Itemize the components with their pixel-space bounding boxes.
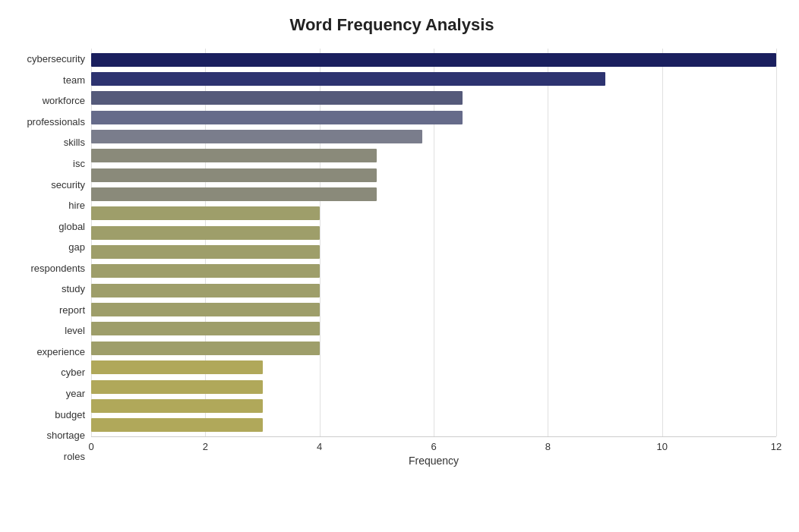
bar-row [91,360,776,375]
y-label: team [63,75,85,85]
y-label: gap [68,242,85,252]
bar-row [91,341,776,356]
bar [91,303,320,316]
y-labels: cybersecurityteamworkforceprofessionalss… [8,49,91,467]
bar-row [91,110,776,125]
bar-row [91,283,776,298]
bar-row [91,244,776,260]
x-tick-label: 0 [88,441,93,452]
bar [91,168,377,182]
bar [91,226,320,240]
x-tick-label: 2 [203,441,208,452]
bar-row [91,302,776,317]
x-axis-title: Frequency [409,455,459,467]
bar [91,72,605,86]
bar [91,206,320,220]
chart-container: Word Frequency Analysis cybersecuritytea… [0,0,799,532]
x-axis: 024681012 Frequency [91,436,776,467]
bar [91,91,463,105]
bar [91,187,377,201]
x-tick-label: 12 [771,441,782,452]
y-label: budget [55,410,85,420]
chart-title: Word Frequency Analysis [8,15,776,35]
bar-row [91,263,776,279]
bar-row [91,52,776,68]
y-label: security [51,180,85,190]
y-label: cybersecurity [27,54,85,64]
bar-row [91,398,776,414]
bars-area [91,49,776,436]
bar-row [91,71,776,87]
bar [91,418,263,432]
y-label: isc [73,159,85,168]
y-label: level [65,326,85,335]
y-label: cyber [61,367,85,377]
y-label: professionals [27,117,85,127]
y-label: experience [36,347,85,357]
bar [91,245,320,259]
bar-row [91,225,776,241]
y-label: respondents [30,263,85,273]
y-label: report [59,305,85,315]
bars-inner [91,49,776,436]
bar [91,380,263,394]
bar [91,284,320,297]
y-label: roles [64,452,85,461]
bar [91,264,320,278]
y-label: shortage [46,430,85,440]
bar-row [91,148,776,163]
y-label: hire [68,200,85,210]
bar-row [91,129,776,144]
bars-and-xaxis: 024681012 Frequency [91,49,776,467]
x-tick-label: 8 [545,441,551,452]
bar-row [91,379,776,395]
y-label: workforce [43,96,85,105]
bar [91,130,422,143]
bar [91,322,320,335]
y-label: skills [64,137,85,147]
bar [91,111,463,124]
bar-row [91,187,776,202]
y-label: study [62,284,85,294]
bar-row [91,321,776,336]
bar-row [91,168,776,183]
grid-line [776,49,777,436]
bar [91,342,320,355]
x-tick-label: 6 [431,441,436,452]
chart-area: cybersecurityteamworkforceprofessionalss… [8,49,776,467]
bar [91,399,263,413]
bar-row [91,90,776,105]
x-tick-label: 10 [656,441,667,452]
bar-row [91,417,776,433]
bar [91,149,377,162]
x-tick-label: 4 [317,441,322,452]
y-label: year [66,389,85,398]
bar [91,360,263,374]
bar [91,53,776,67]
y-label: global [58,222,85,231]
bar-row [91,206,776,221]
